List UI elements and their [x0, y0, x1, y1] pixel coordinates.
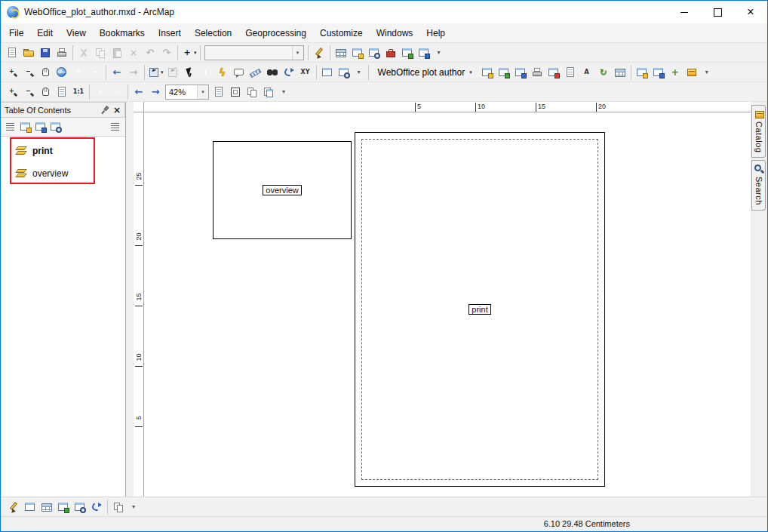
plot-label-icon[interactable]: A [579, 64, 595, 81]
pin-icon[interactable] [99, 104, 111, 116]
toc-layer-print[interactable]: print [1, 140, 125, 162]
change-layout-icon[interactable] [244, 84, 260, 100]
new-plot-icon[interactable] [479, 64, 496, 81]
list-by-source-icon[interactable] [18, 119, 33, 134]
weboffice-toolbar-options-chevron[interactable]: ▾ [700, 64, 714, 81]
go-to-xy-icon[interactable]: XY [297, 64, 314, 81]
zoom-percent-combo[interactable]: 42%▾ [165, 85, 209, 100]
fixed-zoom-out-icon[interactable]: − [87, 64, 103, 81]
menu-help[interactable]: Help [419, 25, 452, 42]
bottom-toolbar-options-chevron[interactable]: ▾ [127, 499, 140, 515]
arctoolbox-icon[interactable] [382, 45, 399, 61]
plot-scale-icon[interactable] [650, 64, 667, 81]
go-back-extent-icon[interactable]: ← [109, 64, 125, 81]
image-window-icon[interactable] [55, 499, 72, 515]
toc-layer-overview[interactable]: overview [1, 162, 125, 185]
close-button[interactable] [734, 1, 767, 23]
print-plot-icon[interactable] [529, 64, 545, 81]
toggle-draft-mode-icon[interactable] [210, 84, 227, 100]
hyperlink-icon[interactable]: ϟ [214, 64, 231, 81]
menu-windows[interactable]: Windows [370, 25, 420, 42]
copy-icon[interactable] [92, 45, 109, 61]
preview-window-icon[interactable] [72, 499, 88, 515]
plot-settings-icon[interactable] [634, 64, 650, 81]
add-data-icon[interactable]: ▾ [180, 45, 198, 61]
menu-view[interactable]: View [60, 25, 93, 42]
layout-canvas[interactable]: overview print [144, 112, 751, 497]
undo-icon[interactable]: ↶ [142, 45, 158, 61]
layout-pan-icon[interactable] [37, 84, 54, 100]
plot-package-icon[interactable] [684, 64, 700, 81]
zoom-in-icon[interactable]: + [4, 64, 20, 81]
copy-pages-icon[interactable] [110, 499, 127, 515]
standard-toolbar-options-chevron[interactable]: ▾ [432, 45, 446, 61]
overview-data-frame[interactable]: overview [213, 141, 352, 239]
refresh-plot-icon[interactable]: ↻ [595, 64, 612, 81]
split-window-icon[interactable] [22, 499, 38, 515]
open-folder-icon[interactable] [20, 45, 37, 61]
toc-options-icon[interactable] [108, 119, 123, 134]
list-by-drawing-order-icon[interactable] [3, 119, 18, 134]
magnifier-window-icon[interactable] [336, 64, 352, 81]
menu-file[interactable]: File [2, 25, 30, 42]
python-window-icon[interactable] [399, 45, 416, 61]
zoom-out-icon[interactable]: − [20, 64, 37, 81]
find-icon[interactable] [264, 64, 281, 81]
toc-close-icon[interactable] [111, 104, 123, 116]
menu-customize[interactable]: Customize [313, 25, 370, 42]
link-icon[interactable] [88, 499, 105, 515]
layout-fixed-zoom-in-icon[interactable]: + [92, 84, 109, 100]
catalog-window-icon[interactable] [349, 45, 366, 61]
pan-icon[interactable] [37, 64, 54, 81]
print-icon[interactable] [54, 45, 70, 61]
editor-toolbar-icon[interactable] [311, 45, 327, 61]
plot-grid-icon[interactable] [612, 64, 628, 81]
add-plot-element-icon[interactable]: + [667, 64, 684, 81]
data-driven-pages-icon[interactable] [260, 84, 277, 100]
cut-icon[interactable] [75, 45, 92, 61]
go-forward-extent-icon[interactable]: → [125, 64, 142, 81]
identify-icon[interactable]: i [198, 64, 214, 81]
full-extent-icon[interactable] [54, 64, 70, 81]
menu-edit[interactable]: Edit [30, 25, 60, 42]
redo-icon[interactable]: ↷ [158, 45, 175, 61]
maximize-button[interactable] [701, 1, 734, 23]
layout-zoom-whole-page-icon[interactable] [54, 84, 70, 100]
search-window-icon[interactable] [366, 45, 382, 61]
menu-insert[interactable]: Insert [152, 25, 188, 42]
open-plot-icon[interactable] [496, 64, 512, 81]
print-data-frame[interactable]: print [355, 132, 605, 487]
list-by-visibility-icon[interactable] [33, 119, 48, 134]
menu-selection[interactable]: Selection [188, 25, 238, 42]
focus-data-frame-icon[interactable] [227, 84, 244, 100]
select-elements-icon[interactable] [181, 64, 198, 81]
list-by-selection-icon[interactable] [48, 119, 63, 134]
modelbuilder-icon[interactable] [416, 45, 432, 61]
save-plot-icon[interactable] [512, 64, 529, 81]
menu-geoprocessing[interactable]: Geoprocessing [238, 25, 313, 42]
layout-go-forward-extent-icon[interactable]: → [147, 84, 164, 100]
html-popup-icon[interactable] [231, 64, 247, 81]
create-viewer-window-icon[interactable] [319, 64, 336, 81]
layout-zoom-out-icon[interactable]: − [20, 84, 37, 100]
tools-toolbar-options-chevron[interactable]: ▾ [352, 64, 366, 81]
layout-toolbar-options-chevron[interactable]: ▾ [277, 84, 290, 100]
export-plot-icon[interactable] [545, 64, 562, 81]
fixed-zoom-in-icon[interactable]: + [70, 64, 87, 81]
draw-tools-icon[interactable] [5, 499, 22, 515]
search-tab[interactable]: Search [751, 160, 766, 211]
menu-bookmarks[interactable]: Bookmarks [93, 25, 152, 42]
find-route-icon[interactable] [281, 64, 297, 81]
plot-page-icon[interactable] [562, 64, 579, 81]
layout-zoom-100-icon[interactable]: 1:1 [70, 84, 87, 100]
panel-splitter[interactable] [126, 102, 134, 497]
map-scale-combo[interactable]: ▾ [204, 45, 304, 60]
clear-selection-icon[interactable] [164, 64, 181, 81]
save-icon[interactable] [37, 45, 54, 61]
delete-icon[interactable]: × [125, 45, 142, 61]
layout-zoom-in-icon[interactable]: + [4, 84, 20, 100]
table-of-contents-window-icon[interactable] [333, 45, 349, 61]
select-features-icon[interactable]: ▾ [147, 64, 164, 81]
new-document-icon[interactable] [4, 45, 20, 61]
minimize-button[interactable] [668, 1, 701, 23]
